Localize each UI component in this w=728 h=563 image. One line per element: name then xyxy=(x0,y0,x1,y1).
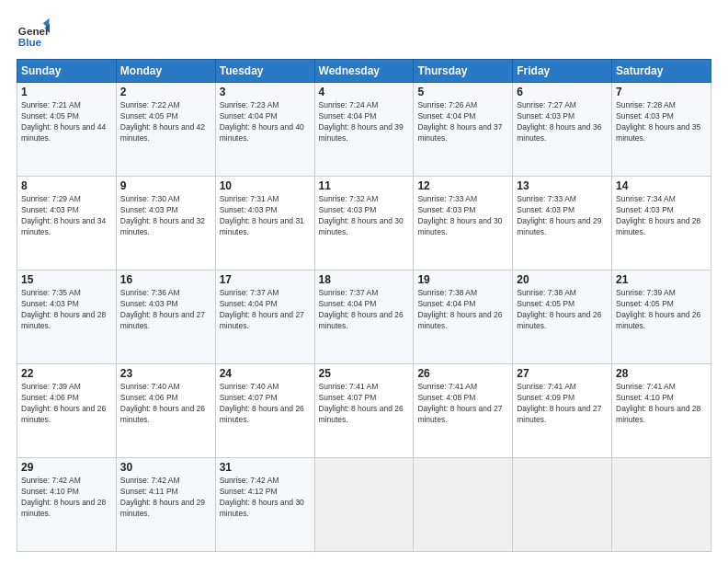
calendar-day-cell: 29 Sunrise: 7:42 AMSunset: 4:10 PMDaylig… xyxy=(17,458,117,552)
calendar-week-row: 29 Sunrise: 7:42 AMSunset: 4:10 PMDaylig… xyxy=(17,458,711,552)
weekday-header: Tuesday xyxy=(215,60,314,83)
day-number: 18 xyxy=(319,273,410,286)
day-number: 15 xyxy=(21,273,112,286)
calendar-day-cell: 16 Sunrise: 7:36 AMSunset: 4:03 PMDaylig… xyxy=(116,270,215,364)
day-info: Sunrise: 7:42 AMSunset: 4:10 PMDaylight:… xyxy=(21,476,112,520)
day-info: Sunrise: 7:41 AMSunset: 4:10 PMDaylight:… xyxy=(616,382,707,426)
day-info: Sunrise: 7:21 AMSunset: 4:05 PMDaylight:… xyxy=(21,100,112,144)
calendar-day-cell xyxy=(414,458,513,552)
calendar-day-cell: 19 Sunrise: 7:38 AMSunset: 4:04 PMDaylig… xyxy=(414,270,513,364)
day-number: 26 xyxy=(417,367,508,380)
logo-icon: General Blue xyxy=(17,17,50,50)
calendar-day-cell xyxy=(612,458,711,552)
calendar-day-cell: 31 Sunrise: 7:42 AMSunset: 4:12 PMDaylig… xyxy=(215,458,314,552)
day-info: Sunrise: 7:38 AMSunset: 4:04 PMDaylight:… xyxy=(417,288,508,332)
calendar-header: SundayMondayTuesdayWednesdayThursdayFrid… xyxy=(17,60,711,83)
calendar-day-cell: 15 Sunrise: 7:35 AMSunset: 4:03 PMDaylig… xyxy=(17,270,117,364)
day-info: Sunrise: 7:23 AMSunset: 4:04 PMDaylight:… xyxy=(220,100,311,144)
calendar-day-cell: 28 Sunrise: 7:41 AMSunset: 4:10 PMDaylig… xyxy=(612,364,711,458)
calendar-day-cell: 17 Sunrise: 7:37 AMSunset: 4:04 PMDaylig… xyxy=(215,270,314,364)
calendar-day-cell: 22 Sunrise: 7:39 AMSunset: 4:06 PMDaylig… xyxy=(17,364,117,458)
day-info: Sunrise: 7:41 AMSunset: 4:09 PMDaylight:… xyxy=(517,382,608,426)
day-info: Sunrise: 7:24 AMSunset: 4:04 PMDaylight:… xyxy=(319,100,410,144)
calendar-day-cell: 23 Sunrise: 7:40 AMSunset: 4:06 PMDaylig… xyxy=(116,364,215,458)
day-number: 7 xyxy=(616,86,707,98)
day-info: Sunrise: 7:33 AMSunset: 4:03 PMDaylight:… xyxy=(517,194,608,238)
day-number: 12 xyxy=(417,179,508,192)
day-info: Sunrise: 7:39 AMSunset: 4:06 PMDaylight:… xyxy=(21,382,112,426)
day-number: 5 xyxy=(417,86,508,98)
calendar-day-cell: 18 Sunrise: 7:37 AMSunset: 4:04 PMDaylig… xyxy=(314,270,414,364)
calendar-day-cell: 25 Sunrise: 7:41 AMSunset: 4:07 PMDaylig… xyxy=(314,364,414,458)
day-info: Sunrise: 7:30 AMSunset: 4:03 PMDaylight:… xyxy=(120,194,211,238)
calendar-day-cell: 2 Sunrise: 7:22 AMSunset: 4:05 PMDayligh… xyxy=(116,83,215,177)
day-number: 14 xyxy=(616,179,707,192)
day-info: Sunrise: 7:40 AMSunset: 4:07 PMDaylight:… xyxy=(220,382,311,426)
page: General Blue SundayMondayTuesdayWednesda… xyxy=(0,0,728,563)
day-number: 30 xyxy=(120,461,211,474)
calendar-day-cell: 30 Sunrise: 7:42 AMSunset: 4:11 PMDaylig… xyxy=(116,458,215,552)
day-info: Sunrise: 7:26 AMSunset: 4:04 PMDaylight:… xyxy=(417,100,508,144)
day-number: 25 xyxy=(319,367,410,380)
day-info: Sunrise: 7:37 AMSunset: 4:04 PMDaylight:… xyxy=(220,288,311,332)
day-info: Sunrise: 7:22 AMSunset: 4:05 PMDaylight:… xyxy=(120,100,211,144)
day-number: 19 xyxy=(417,273,508,286)
calendar-day-cell: 13 Sunrise: 7:33 AMSunset: 4:03 PMDaylig… xyxy=(513,177,612,270)
calendar-day-cell: 5 Sunrise: 7:26 AMSunset: 4:04 PMDayligh… xyxy=(414,83,513,177)
weekday-header: Saturday xyxy=(612,60,711,83)
day-info: Sunrise: 7:29 AMSunset: 4:03 PMDaylight:… xyxy=(21,194,112,238)
calendar-day-cell: 3 Sunrise: 7:23 AMSunset: 4:04 PMDayligh… xyxy=(215,83,314,177)
weekday-header: Monday xyxy=(116,60,215,83)
day-info: Sunrise: 7:31 AMSunset: 4:03 PMDaylight:… xyxy=(220,194,311,238)
weekday-row: SundayMondayTuesdayWednesdayThursdayFrid… xyxy=(17,60,711,83)
calendar-body: 1 Sunrise: 7:21 AMSunset: 4:05 PMDayligh… xyxy=(17,83,711,552)
day-info: Sunrise: 7:39 AMSunset: 4:05 PMDaylight:… xyxy=(616,288,707,332)
calendar-day-cell xyxy=(513,458,612,552)
calendar-day-cell: 26 Sunrise: 7:41 AMSunset: 4:08 PMDaylig… xyxy=(414,364,513,458)
day-number: 31 xyxy=(220,461,311,474)
calendar-week-row: 1 Sunrise: 7:21 AMSunset: 4:05 PMDayligh… xyxy=(17,83,711,177)
day-number: 11 xyxy=(319,179,410,192)
calendar-day-cell: 27 Sunrise: 7:41 AMSunset: 4:09 PMDaylig… xyxy=(513,364,612,458)
day-number: 1 xyxy=(21,86,112,98)
day-info: Sunrise: 7:40 AMSunset: 4:06 PMDaylight:… xyxy=(120,382,211,426)
calendar-day-cell: 4 Sunrise: 7:24 AMSunset: 4:04 PMDayligh… xyxy=(314,83,414,177)
day-number: 6 xyxy=(517,86,608,98)
svg-text:Blue: Blue xyxy=(18,36,42,48)
day-number: 10 xyxy=(220,179,311,192)
day-info: Sunrise: 7:42 AMSunset: 4:12 PMDaylight:… xyxy=(220,476,311,520)
day-number: 27 xyxy=(517,367,608,380)
day-number: 24 xyxy=(220,367,311,380)
calendar-day-cell: 11 Sunrise: 7:32 AMSunset: 4:03 PMDaylig… xyxy=(314,177,414,270)
day-info: Sunrise: 7:35 AMSunset: 4:03 PMDaylight:… xyxy=(21,288,112,332)
day-info: Sunrise: 7:28 AMSunset: 4:03 PMDaylight:… xyxy=(616,100,707,144)
calendar-day-cell: 24 Sunrise: 7:40 AMSunset: 4:07 PMDaylig… xyxy=(215,364,314,458)
calendar-day-cell: 8 Sunrise: 7:29 AMSunset: 4:03 PMDayligh… xyxy=(17,177,117,270)
calendar-week-row: 15 Sunrise: 7:35 AMSunset: 4:03 PMDaylig… xyxy=(17,270,711,364)
day-info: Sunrise: 7:41 AMSunset: 4:07 PMDaylight:… xyxy=(319,382,410,426)
day-number: 20 xyxy=(517,273,608,286)
day-info: Sunrise: 7:37 AMSunset: 4:04 PMDaylight:… xyxy=(319,288,410,332)
day-info: Sunrise: 7:36 AMSunset: 4:03 PMDaylight:… xyxy=(120,288,211,332)
day-number: 23 xyxy=(120,367,211,380)
weekday-header: Thursday xyxy=(414,60,513,83)
calendar-day-cell: 1 Sunrise: 7:21 AMSunset: 4:05 PMDayligh… xyxy=(17,83,117,177)
day-number: 17 xyxy=(220,273,311,286)
weekday-header: Sunday xyxy=(17,60,117,83)
day-info: Sunrise: 7:38 AMSunset: 4:05 PMDaylight:… xyxy=(517,288,608,332)
calendar-week-row: 8 Sunrise: 7:29 AMSunset: 4:03 PMDayligh… xyxy=(17,177,711,270)
day-number: 9 xyxy=(120,179,211,192)
day-number: 4 xyxy=(319,86,410,98)
calendar-day-cell: 12 Sunrise: 7:33 AMSunset: 4:03 PMDaylig… xyxy=(414,177,513,270)
calendar-day-cell: 20 Sunrise: 7:38 AMSunset: 4:05 PMDaylig… xyxy=(513,270,612,364)
calendar-week-row: 22 Sunrise: 7:39 AMSunset: 4:06 PMDaylig… xyxy=(17,364,711,458)
logo: General Blue xyxy=(17,17,50,50)
day-number: 3 xyxy=(220,86,311,98)
calendar-day-cell: 14 Sunrise: 7:34 AMSunset: 4:03 PMDaylig… xyxy=(612,177,711,270)
day-info: Sunrise: 7:33 AMSunset: 4:03 PMDaylight:… xyxy=(417,194,508,238)
day-number: 28 xyxy=(616,367,707,380)
day-info: Sunrise: 7:27 AMSunset: 4:03 PMDaylight:… xyxy=(517,100,608,144)
calendar-day-cell: 6 Sunrise: 7:27 AMSunset: 4:03 PMDayligh… xyxy=(513,83,612,177)
calendar-table: SundayMondayTuesdayWednesdayThursdayFrid… xyxy=(17,59,711,552)
day-info: Sunrise: 7:41 AMSunset: 4:08 PMDaylight:… xyxy=(417,382,508,426)
